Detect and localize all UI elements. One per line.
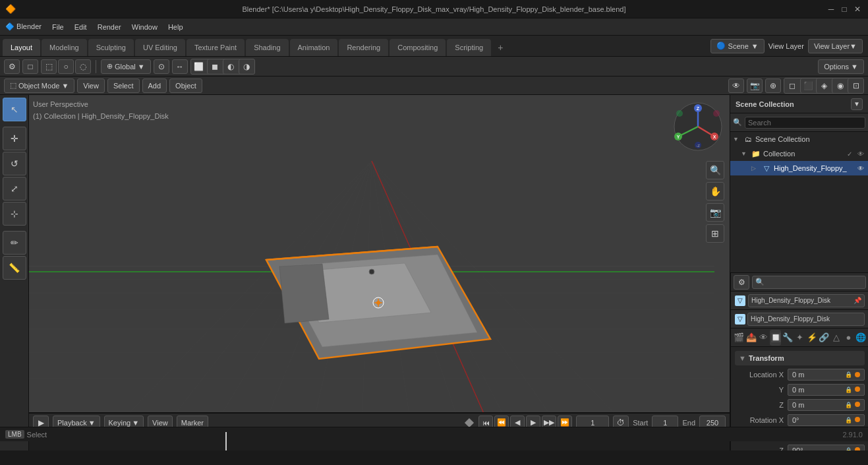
prop-tab-object[interactable]: 🔲	[770, 330, 780, 346]
prop-tab-data[interactable]: △	[831, 330, 842, 346]
navigation-gizmo[interactable]: Z X Y -Z	[672, 100, 724, 153]
rotation-x-value[interactable]: 0° 🔒	[788, 414, 865, 426]
prop-tab-view[interactable]: 👁	[758, 330, 768, 346]
box-select-button[interactable]: ⬚	[41, 59, 57, 74]
keyframe-z-dot[interactable]	[855, 402, 860, 407]
add-workspace-button[interactable]: +	[492, 39, 508, 56]
scale-tool-button[interactable]: ⤢	[3, 177, 26, 201]
tab-compositing[interactable]: Compositing	[390, 39, 446, 56]
options-button[interactable]: Options ▼	[818, 59, 864, 74]
lock-x-icon[interactable]: 🔒	[845, 371, 852, 378]
tab-uv-editing[interactable]: UV Editing	[135, 39, 185, 56]
pan-button[interactable]: ✋	[706, 182, 724, 201]
location-z-value[interactable]: 0 m 🔒	[788, 399, 865, 411]
editor-type-button[interactable]: ⚙	[4, 59, 20, 74]
display-material[interactable]: ◉	[832, 78, 848, 93]
location-x-value[interactable]: 0 m 🔒	[788, 369, 865, 381]
object-mode-button[interactable]: ⬚ Object Mode ▼	[4, 78, 74, 93]
prop-tab-world[interactable]: 🌐	[855, 330, 866, 346]
camera-button[interactable]: 📷	[706, 203, 724, 222]
material-shading[interactable]: ◑	[239, 59, 254, 74]
transform-section-header[interactable]: ▼ Transform	[735, 351, 865, 365]
proportional-edit-button[interactable]: ⊙	[154, 59, 169, 74]
menu-blender[interactable]: 🔷 Blender	[0, 18, 47, 35]
view-menu[interactable]: View	[77, 78, 105, 93]
rot-lock-z[interactable]: 🔒	[845, 447, 852, 450]
view-layer-selector[interactable]: View Layer ▼	[808, 39, 863, 53]
menu-window[interactable]: Window	[127, 18, 163, 35]
lock-z-icon[interactable]: 🔒	[845, 402, 852, 408]
grid-button[interactable]: ⊞	[706, 224, 724, 243]
prop-tab-constraints[interactable]: 🔗	[819, 330, 829, 346]
tab-rendering[interactable]: Rendering	[339, 39, 388, 56]
object-name-input[interactable]: High_Density_Floppy_Disk 📌	[748, 294, 865, 307]
property-search[interactable]: 🔍	[752, 276, 866, 289]
tab-layout[interactable]: Layout	[3, 39, 40, 56]
viewport-shading-1[interactable]: 👁	[728, 78, 744, 93]
solid-shading[interactable]: ◼	[207, 59, 223, 74]
tab-scripting[interactable]: Scripting	[447, 39, 491, 56]
menu-file[interactable]: File	[47, 18, 69, 35]
outliner-floppy-object[interactable]: ▷ ▽ High_Density_Floppy_ 👁	[730, 161, 868, 175]
prop-tab-particles[interactable]: ✦	[794, 330, 805, 346]
scene-selector[interactable]: 🔵 Scene ▼	[710, 39, 765, 53]
outliner-filter-button[interactable]: ▼	[851, 98, 863, 110]
collection-visibility-icon[interactable]: ✓	[845, 149, 854, 158]
display-extra[interactable]: ⊡	[848, 78, 863, 93]
circle-select-button[interactable]: ○	[58, 59, 74, 74]
data-name-input[interactable]: High_Density_Floppy_Disk	[747, 313, 865, 326]
rot-keyframe-x[interactable]	[855, 417, 860, 422]
viewport-shading-2[interactable]: 📷	[747, 78, 763, 93]
viewport-gizmos[interactable]: ⊕	[765, 78, 781, 93]
prop-editor-type[interactable]: ⚙	[734, 275, 749, 290]
collection-eye-icon[interactable]: 👁	[856, 149, 865, 158]
tab-texture-paint[interactable]: Texture Paint	[187, 39, 245, 56]
outliner-collection[interactable]: ▼ 📁 Collection ✓ 👁	[730, 146, 868, 161]
prop-tab-render[interactable]: 🎬	[734, 330, 744, 346]
display-rendered[interactable]: ◈	[816, 78, 832, 93]
lasso-select-button[interactable]: ◌	[75, 59, 91, 74]
floppy-eye-icon[interactable]: 👁	[856, 164, 865, 173]
menu-help[interactable]: Help	[163, 18, 188, 35]
tab-animation[interactable]: Animation	[290, 39, 338, 56]
maximize-button[interactable]: □	[839, 5, 850, 14]
viewport[interactable]: User Perspective (1) Collection | High_D…	[29, 95, 730, 412]
measure-tool-button[interactable]: 📏	[3, 256, 26, 280]
rotate-tool-button[interactable]: ↺	[3, 152, 26, 175]
display-solid[interactable]: ◻	[784, 78, 800, 93]
select-tool-button[interactable]: ↖	[3, 98, 26, 121]
transform-tool-button[interactable]: ⊹	[3, 202, 26, 226]
keyframe-x-dot[interactable]	[855, 372, 860, 377]
wireframe-shading[interactable]: ⬜	[191, 59, 207, 74]
overlay-button[interactable]: □	[22, 59, 38, 74]
close-button[interactable]: ✕	[852, 5, 863, 14]
tab-shading[interactable]: Shading	[246, 39, 288, 56]
tab-modeling[interactable]: Modeling	[42, 39, 87, 56]
prop-tab-output[interactable]: 📤	[745, 330, 756, 346]
prop-tab-physics[interactable]: ⚡	[807, 330, 817, 346]
lock-y-icon[interactable]: 🔒	[845, 387, 852, 393]
snap-button[interactable]: ⊕ Global ▼	[101, 59, 151, 74]
display-wire[interactable]: ⬛	[800, 78, 816, 93]
prop-tab-material[interactable]: ●	[843, 330, 854, 346]
snap-icon-btn[interactable]: ↔	[172, 59, 188, 74]
rot-lock-x[interactable]: 🔒	[845, 417, 852, 423]
outliner-search-input[interactable]	[745, 117, 865, 129]
rotation-z-value[interactable]: 90° 🔒	[788, 445, 865, 450]
zoom-in-button[interactable]: 🔍	[706, 161, 724, 179]
object-menu[interactable]: Object	[169, 78, 202, 93]
select-menu[interactable]: Select	[107, 78, 140, 93]
menu-edit[interactable]: Edit	[69, 18, 92, 35]
menu-render[interactable]: Render	[92, 18, 127, 35]
prop-tab-modifier[interactable]: 🔧	[782, 330, 793, 346]
outliner-scene-collection[interactable]: ▼ 🗂 Scene Collection	[730, 132, 868, 146]
rot-keyframe-z[interactable]	[855, 447, 860, 450]
tab-sculpting[interactable]: Sculpting	[88, 39, 134, 56]
rendered-shading[interactable]: ◐	[223, 59, 239, 74]
annotate-tool-button[interactable]: ✏	[3, 231, 26, 255]
move-tool-button[interactable]: ✛	[3, 127, 26, 150]
location-y-value[interactable]: 0 m 🔒	[788, 384, 865, 396]
minimize-button[interactable]: ─	[826, 5, 836, 14]
add-menu[interactable]: Add	[142, 78, 167, 93]
keyframe-y-dot[interactable]	[855, 387, 860, 392]
